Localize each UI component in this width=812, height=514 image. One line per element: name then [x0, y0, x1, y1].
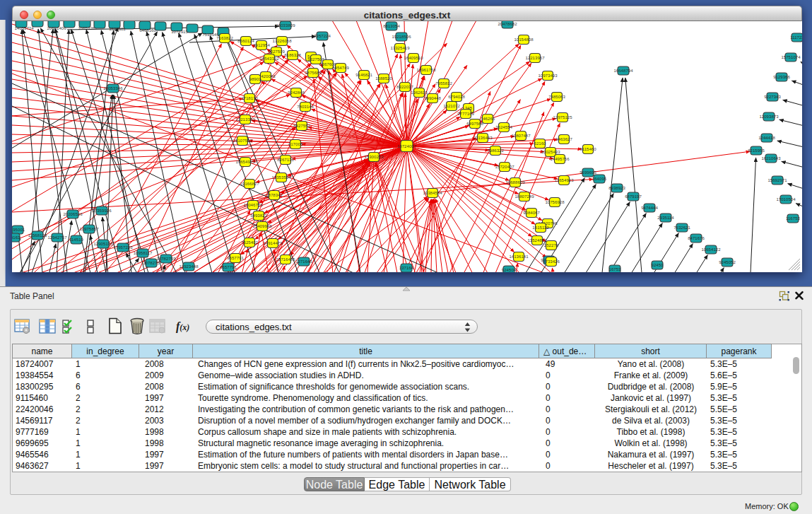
svg-text:417008: 417008	[288, 141, 303, 146]
svg-text:14136141: 14136141	[509, 254, 529, 259]
svg-text:1078275: 1078275	[143, 260, 160, 265]
svg-text:164095: 164095	[592, 176, 607, 181]
svg-text:19166827: 19166827	[240, 181, 259, 186]
svg-text:9657791: 9657791	[227, 255, 244, 260]
svg-text:1244418: 1244418	[758, 135, 775, 140]
svg-text:252274: 252274	[544, 243, 559, 247]
svg-text:9084067: 9084067	[523, 210, 540, 215]
svg-text:11568129: 11568129	[28, 233, 47, 238]
svg-text:14495756: 14495756	[550, 156, 570, 161]
svg-text:20478682: 20478682	[498, 21, 517, 26]
svg-text:16210643: 16210643	[761, 156, 781, 160]
svg-text:12213967: 12213967	[525, 55, 545, 60]
svg-text:9227343: 9227343	[764, 94, 781, 99]
svg-text:1621072: 1621072	[443, 103, 460, 108]
svg-text:6794028: 6794028	[448, 94, 465, 99]
svg-text:12905135: 12905135	[93, 241, 113, 246]
svg-text:3624554: 3624554	[495, 124, 512, 129]
svg-text:92450: 92450	[652, 262, 664, 267]
svg-text:14055724: 14055724	[14, 25, 34, 30]
svg-text:8186328: 8186328	[284, 52, 301, 57]
svg-text:746266: 746266	[481, 116, 495, 121]
svg-text:19384554: 19384554	[423, 190, 442, 195]
svg-text:16107553: 16107553	[233, 138, 252, 143]
svg-text:9474444: 9474444	[641, 205, 658, 210]
svg-text:116753: 116753	[786, 216, 800, 221]
svg-text:17957225: 17957225	[113, 245, 133, 250]
svg-text:13226058: 13226058	[272, 38, 292, 43]
svg-text:111722: 111722	[790, 35, 802, 40]
svg-text:12975125: 12975125	[553, 115, 572, 119]
svg-text:15751074: 15751074	[781, 54, 801, 59]
svg-text:1362615: 1362615	[411, 90, 428, 95]
svg-text:1615112: 1615112	[532, 225, 549, 230]
svg-text:8215955: 8215955	[748, 148, 765, 153]
svg-text:2935114: 2935114	[657, 215, 674, 220]
svg-text:9657791: 9657791	[220, 264, 237, 269]
svg-text:18724007: 18724007	[397, 144, 417, 148]
svg-text:62160: 62160	[534, 141, 547, 146]
svg-text:9115460: 9115460	[579, 146, 596, 151]
svg-text:15716485: 15716485	[276, 257, 295, 262]
svg-text:7357224: 7357224	[314, 33, 331, 38]
svg-text:16648794: 16648794	[613, 68, 633, 73]
svg-text:3875685: 3875685	[305, 70, 322, 75]
svg-text:17010504: 17010504	[776, 197, 796, 201]
svg-text:7485063: 7485063	[548, 94, 565, 99]
svg-text:9463627: 9463627	[555, 136, 572, 141]
svg-text:10973493: 10973493	[538, 73, 558, 78]
svg-text:9146821: 9146821	[355, 72, 372, 77]
svg-text:2718170: 2718170	[241, 95, 258, 100]
svg-text:20206526: 20206526	[63, 211, 83, 216]
svg-text:7803144: 7803144	[297, 104, 314, 109]
svg-text:8471676: 8471676	[688, 235, 705, 240]
svg-text:15409948: 15409948	[252, 223, 272, 228]
svg-text:16753: 16753	[609, 267, 622, 271]
svg-text:10543332: 10543332	[259, 56, 279, 61]
svg-text:9777169: 9777169	[457, 111, 474, 116]
svg-text:9327509: 9327509	[268, 49, 285, 54]
svg-text:19654983: 19654983	[235, 159, 255, 164]
svg-text:12213383: 12213383	[235, 117, 255, 122]
svg-text:9699695: 9699695	[579, 170, 596, 175]
svg-text:1588520: 1588520	[375, 76, 392, 81]
svg-text:10807487: 10807487	[511, 133, 531, 138]
svg-text:8322037: 8322037	[396, 84, 413, 89]
svg-text:8813054: 8813054	[383, 23, 400, 28]
svg-text:17359926: 17359926	[92, 208, 112, 213]
svg-text:16409510: 16409510	[404, 55, 423, 60]
svg-text:15692971: 15692971	[767, 177, 787, 182]
svg-text:9990448: 9990448	[424, 95, 441, 100]
svg-text:13325419: 13325419	[390, 45, 410, 50]
svg-text:20136443: 20136443	[473, 135, 493, 140]
svg-text:10154808: 10154808	[514, 37, 534, 42]
svg-text:14914479: 14914479	[263, 240, 283, 245]
svg-text:1371645: 1371645	[295, 259, 312, 264]
svg-text:3878342: 3878342	[266, 192, 283, 197]
svg-text:39163: 39163	[12, 235, 20, 240]
svg-text:20053346: 20053346	[103, 86, 123, 90]
svg-text:137164: 137164	[399, 265, 414, 270]
svg-text:8938923: 8938923	[608, 185, 625, 190]
svg-text:10046786: 10046786	[243, 202, 263, 207]
svg-text:12093873: 12093873	[759, 114, 779, 119]
svg-text:15300203: 15300203	[364, 154, 384, 159]
svg-text:8912954: 8912954	[253, 42, 270, 47]
svg-text:12942757: 12942757	[47, 235, 67, 240]
svg-text:12923448: 12923448	[179, 264, 199, 269]
svg-text:10756928: 10756928	[545, 199, 565, 204]
svg-text:9242848: 9242848	[288, 90, 305, 95]
svg-text:10975857: 10975857	[79, 226, 99, 231]
svg-text:6466160: 6466160	[139, 28, 156, 33]
svg-text:8454749: 8454749	[332, 65, 349, 70]
svg-text:9245052: 9245052	[719, 259, 736, 264]
svg-text:18807249: 18807249	[514, 194, 534, 199]
svg-text:924504: 924504	[502, 267, 517, 272]
svg-text:19218506: 19218506	[392, 34, 411, 39]
svg-text:1071915: 1071915	[171, 29, 188, 34]
svg-text:8427552: 8427552	[293, 123, 310, 128]
svg-text:16961758: 16961758	[416, 67, 436, 72]
svg-text:5493822: 5493822	[250, 213, 267, 218]
svg-text:10958117: 10958117	[134, 250, 153, 255]
svg-text:13353594: 13353594	[271, 175, 291, 180]
